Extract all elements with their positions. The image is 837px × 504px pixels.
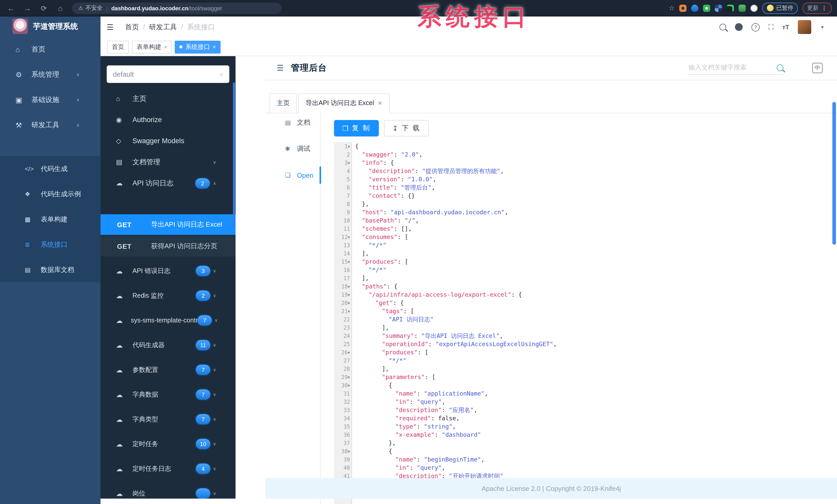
api-group[interactable]: ☁代码生成器11∨ bbox=[101, 333, 235, 357]
close-icon[interactable]: × bbox=[164, 44, 167, 50]
code-line[interactable]: { bbox=[355, 447, 837, 455]
api-group[interactable]: ☁参数配置7∨ bbox=[101, 357, 235, 382]
code-line[interactable]: }, bbox=[355, 200, 837, 208]
api-nav-item[interactable]: ◇Swagger Models bbox=[101, 130, 235, 151]
forward-icon[interactable]: → bbox=[23, 3, 32, 13]
fullscreen-icon[interactable]: ⛶ bbox=[768, 23, 773, 32]
address-bar[interactable]: ⚠ 不安全 | dashboard.yudao.iocoder.cn/tool/… bbox=[72, 2, 281, 14]
doc-tab[interactable]: 导出API 访问日志 Excel✕ bbox=[298, 93, 390, 113]
group-select[interactable]: default ∨ bbox=[107, 66, 229, 83]
breadcrumb-item[interactable]: 首页 bbox=[125, 22, 139, 32]
view-tag[interactable]: 表单构建× bbox=[132, 40, 172, 53]
breadcrumb-item[interactable]: 系统接口 bbox=[187, 22, 215, 32]
sidebar-item[interactable]: ⌂首页 bbox=[0, 37, 101, 62]
api-operation[interactable]: GET导出API 访问日志 Excel bbox=[101, 214, 235, 235]
sidebar-subitem[interactable]: ▤数据库文档 bbox=[0, 257, 101, 282]
code-line[interactable]: "info": { bbox=[355, 158, 837, 167]
sidebar-subitem[interactable]: ▦表单构建 bbox=[0, 207, 101, 232]
sidebar-item[interactable]: ⚒研发工具∧ bbox=[0, 112, 101, 137]
code-line[interactable]: "in": "query", bbox=[355, 464, 837, 472]
fold-arrow-icon[interactable]: ▼ bbox=[348, 233, 350, 242]
api-nav-item[interactable]: ▤文档管理∨ bbox=[101, 151, 235, 172]
rail-item-open[interactable]: ❏Open bbox=[265, 168, 320, 182]
back-icon[interactable]: ← bbox=[6, 3, 16, 13]
code-line[interactable]: "parameters": [ bbox=[355, 373, 837, 381]
reload-icon[interactable]: ⟳ bbox=[39, 3, 49, 13]
page-scrollbar[interactable] bbox=[832, 102, 836, 245]
sidebar-item[interactable]: ▣基础设施∨ bbox=[0, 87, 101, 112]
api-nav-item[interactable]: ⌂主页 bbox=[101, 88, 235, 109]
profile-paused-chip[interactable]: 已暂停 bbox=[762, 2, 798, 14]
help-icon[interactable]: ? bbox=[751, 23, 760, 31]
code-line[interactable]: "required": false, bbox=[355, 414, 837, 422]
code-line[interactable]: "x-example": "dashboard" bbox=[355, 431, 837, 439]
fold-arrow-icon[interactable]: ▼ bbox=[348, 143, 350, 151]
doc-tab[interactable]: 主页 bbox=[270, 93, 297, 113]
code-line[interactable]: "operationId": "exportApiAccessLogExcelU… bbox=[355, 340, 837, 348]
update-button[interactable]: 更新 ⋮ bbox=[802, 2, 832, 14]
fold-arrow-icon[interactable]: ▼ bbox=[348, 382, 350, 390]
code-line[interactable]: { bbox=[355, 142, 837, 150]
code-editor[interactable]: 1 ▼23 ▼456789101112 ▼131415 ▼161718 ▼19 … bbox=[334, 142, 837, 504]
hamburger-icon[interactable]: ☰ bbox=[107, 22, 114, 32]
code-line[interactable]: "tags": [ bbox=[355, 307, 837, 315]
extension-icon[interactable] bbox=[703, 4, 710, 12]
fold-arrow-icon[interactable]: ▼ bbox=[348, 307, 350, 316]
bookmark-star-icon[interactable]: ☆ bbox=[669, 4, 675, 12]
code-line[interactable]: "in": "query", bbox=[355, 398, 837, 406]
code-line[interactable]: "type": "string", bbox=[355, 422, 837, 431]
copy-button[interactable]: ❐ 复 制 bbox=[334, 120, 379, 136]
collapse-menu-icon[interactable]: ☰ bbox=[277, 63, 284, 72]
code-line[interactable]: "produces": [ bbox=[355, 258, 837, 266]
close-icon[interactable]: ✕ bbox=[377, 100, 382, 107]
view-tag[interactable]: 系统接口× bbox=[175, 40, 220, 53]
api-group[interactable]: ☁定时任务10∨ bbox=[101, 432, 235, 456]
fold-arrow-icon[interactable]: ▼ bbox=[348, 258, 350, 266]
font-size-icon[interactable]: тT bbox=[782, 23, 789, 31]
language-icon[interactable]: 中 bbox=[812, 62, 823, 73]
api-group[interactable]: ☁API 错误日志3∨ bbox=[101, 259, 235, 283]
extension-icon[interactable] bbox=[691, 4, 698, 12]
home-browser-icon[interactable]: ⌂ bbox=[56, 3, 65, 13]
api-group[interactable]: ☁字典数据7∨ bbox=[101, 382, 235, 407]
menu-dots-icon[interactable]: ⋮ bbox=[821, 4, 827, 12]
fold-arrow-icon[interactable]: ▼ bbox=[348, 299, 350, 307]
fold-arrow-icon[interactable]: ▼ bbox=[348, 291, 350, 299]
code-line[interactable]: "*/*" bbox=[355, 266, 837, 274]
code-line[interactable]: ], bbox=[355, 323, 837, 332]
code-line[interactable]: "*/*" bbox=[355, 356, 837, 365]
view-tag[interactable]: 首页 bbox=[107, 40, 129, 53]
code-line[interactable]: "swagger": "2.0", bbox=[355, 150, 837, 158]
code-line[interactable]: "version": "1.0.0", bbox=[355, 175, 837, 183]
close-icon[interactable]: × bbox=[213, 44, 216, 50]
sidebar-item[interactable]: ⚙系统管理∨ bbox=[0, 62, 101, 87]
code-line[interactable]: ], bbox=[355, 365, 837, 373]
fold-arrow-icon[interactable]: ▼ bbox=[348, 349, 350, 357]
code-line[interactable]: "schemes": [], bbox=[355, 225, 837, 233]
code-line[interactable]: "basePath": "/", bbox=[355, 216, 837, 225]
api-sidebar-scrollbar[interactable] bbox=[233, 82, 235, 227]
doc-search-icon[interactable] bbox=[777, 64, 783, 71]
github-icon[interactable] bbox=[735, 23, 743, 31]
search-icon[interactable] bbox=[719, 24, 726, 31]
api-nav-item[interactable]: ◉Authorize bbox=[101, 109, 235, 130]
code-line[interactable]: "name": "beginBeginTime", bbox=[355, 455, 837, 464]
sidebar-subitem[interactable]: ❖代码生成示例 bbox=[0, 181, 101, 207]
code-line[interactable]: ], bbox=[355, 249, 837, 258]
fold-arrow-icon[interactable]: ▼ bbox=[348, 373, 350, 382]
editor-lines[interactable]: {"swagger": "2.0","info": {"description"… bbox=[352, 142, 837, 504]
api-group[interactable]: ☁Redis 监控2∨ bbox=[101, 283, 235, 308]
extension-icon[interactable] bbox=[738, 4, 746, 12]
fold-arrow-icon[interactable]: ▼ bbox=[348, 159, 350, 167]
api-nav-item[interactable]: ☁API 访问日志2∧ bbox=[101, 172, 235, 194]
code-line[interactable]: "description": "提供管理员管理的所有功能", bbox=[355, 167, 837, 175]
api-operation[interactable]: GET获得API 访问日志分页 bbox=[101, 236, 235, 257]
code-line[interactable]: ], bbox=[355, 274, 837, 282]
rail-item-文档[interactable]: ▤文档 bbox=[265, 115, 320, 130]
extension-icon[interactable] bbox=[679, 4, 687, 12]
sidebar-subitem[interactable]: </>代码生成 bbox=[0, 156, 101, 181]
extension-icon[interactable] bbox=[715, 4, 722, 12]
fold-arrow-icon[interactable]: ▼ bbox=[348, 283, 350, 291]
code-line[interactable]: }, bbox=[355, 439, 837, 447]
code-line[interactable]: "summary": "导出API 访问日志 Excel", bbox=[355, 332, 837, 340]
